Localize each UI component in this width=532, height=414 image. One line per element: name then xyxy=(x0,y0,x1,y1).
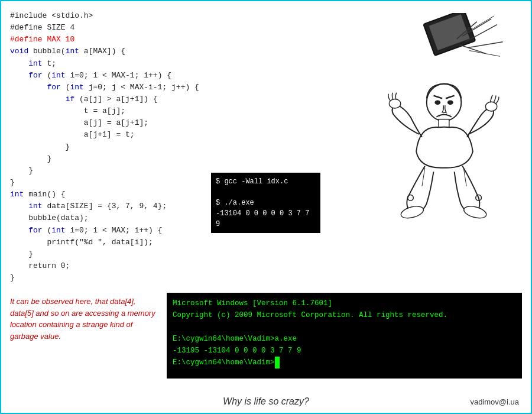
svg-line-7 xyxy=(469,50,500,56)
code-area: #include <stdio.h> #define SIZE 4 #defin… xyxy=(10,7,199,284)
code-line-18: bubble(data); xyxy=(10,212,199,224)
svg-point-12 xyxy=(434,100,440,105)
footer-right: vadimov@i.ua xyxy=(470,397,519,406)
description-text: It can be observed here, that data[4], d… xyxy=(10,293,158,342)
illustration-area xyxy=(368,7,522,261)
main-container: #include <stdio.h> #define SIZE 4 #defin… xyxy=(1,1,531,413)
svg-point-22 xyxy=(463,204,488,220)
code-line-15: } xyxy=(10,177,199,189)
code-line-3: #define MAX 10 xyxy=(10,34,199,46)
footer: Why is life so crazy? vadimov@i.ua xyxy=(1,393,531,413)
terminal-large-line-5: -13195 -13104 0 0 0 0 3 7 7 9 xyxy=(173,345,516,357)
code-line-23: } xyxy=(10,272,199,284)
code-line-5: int t; xyxy=(10,58,199,70)
svg-point-21 xyxy=(400,204,424,220)
top-section: #include <stdio.h> #define SIZE 4 #defin… xyxy=(1,1,531,287)
svg-point-13 xyxy=(447,100,453,105)
code-line-7: for (int j=0; j < MAX-i-1; j++) { xyxy=(10,82,199,93)
code-line-9: t = a[j]; xyxy=(10,105,199,117)
terminal-large: Microsoft Windows [Version 6.1.7601] Cop… xyxy=(167,293,522,379)
code-line-4: void bubble(int a[MAX]) { xyxy=(10,46,199,57)
code-line-21: } xyxy=(10,248,199,260)
svg-point-19 xyxy=(389,99,401,108)
terminal-small-line-2 xyxy=(216,187,316,198)
terminal-large-line-6: E:\cygwin64\home\Vadim> xyxy=(173,357,516,368)
code-line-2: #define SIZE 4 xyxy=(10,22,199,34)
terminal-small-line-3: $ ./a.exe xyxy=(216,198,316,208)
code-line-10: a[j] = a[j+1]; xyxy=(10,117,199,129)
terminal-small-line-4: -13104 0 0 0 0 0 3 7 7 9 xyxy=(216,208,316,229)
code-line-11: a[j+1] = t; xyxy=(10,129,199,141)
bottom-section: It can be observed here, that data[4], d… xyxy=(1,287,531,393)
terminal-large-line-3 xyxy=(173,321,516,333)
code-line-8: if (a[j] > a[j+1]) { xyxy=(10,93,199,105)
code-line-20: printf("%d ", data[i]); xyxy=(10,237,199,248)
code-line-6: for (int i=0; i < MAX-1; i++) { xyxy=(10,70,199,82)
illustration-svg xyxy=(374,13,516,255)
footer-center: Why is life so crazy? xyxy=(223,396,309,407)
code-line-14: } xyxy=(10,165,199,177)
terminal-large-line-4: E:\cygwin64\home\Vadim>a.exe xyxy=(173,333,516,345)
code-line-17: int data[SIZE] = {3, 7, 9, 4}; xyxy=(10,200,199,212)
code-line-13: } xyxy=(10,153,199,165)
svg-point-20 xyxy=(485,102,497,111)
svg-line-3 xyxy=(468,42,503,48)
svg-point-9 xyxy=(427,84,462,121)
code-line-19: for (int i=0; i < MAX; i++) { xyxy=(10,225,199,237)
code-line-16: int main() { xyxy=(10,189,199,200)
terminal-large-line-2: Copyright (c) 2009 Microsoft Corporation… xyxy=(173,309,516,321)
code-line-22: return 0; xyxy=(10,260,199,272)
terminal-large-line-1: Microsoft Windows [Version 6.1.7601] xyxy=(173,297,516,309)
code-line-1: #include <stdio.h> xyxy=(10,10,199,22)
svg-line-5 xyxy=(459,45,485,54)
terminal-small: $ gcc -Wall idx.c $ ./a.exe -13104 0 0 0… xyxy=(211,173,320,233)
terminal-small-line-1: $ gcc -Wall idx.c xyxy=(216,176,316,187)
code-line-12: } xyxy=(10,141,199,153)
